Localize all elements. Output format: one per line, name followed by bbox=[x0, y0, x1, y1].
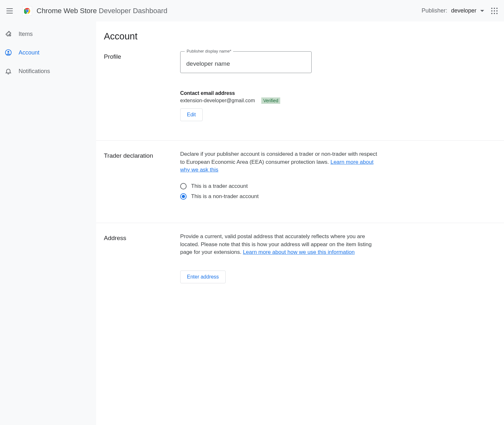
sidebar-item-account[interactable]: Account bbox=[0, 43, 96, 62]
extension-icon bbox=[4, 30, 12, 38]
main-content: Account Profile Publisher display name* … bbox=[96, 21, 504, 425]
apps-grid-icon[interactable] bbox=[491, 8, 498, 14]
section-label-address: Address bbox=[104, 233, 180, 283]
address-description: Provide a current, valid postal address … bbox=[180, 233, 381, 256]
title-main: Chrome Web Store bbox=[37, 7, 97, 15]
section-profile: Profile Publisher display name* Contact … bbox=[96, 42, 504, 141]
radio-icon bbox=[180, 193, 187, 200]
publisher-label: Publisher: bbox=[422, 7, 447, 14]
radio-label: This is a non-trader account bbox=[191, 193, 259, 200]
publisher-display-name-label: Publisher display name* bbox=[185, 49, 233, 54]
chrome-icon bbox=[24, 8, 30, 14]
radio-nontrader-account[interactable]: This is a non-trader account bbox=[180, 193, 381, 200]
radio-icon bbox=[180, 183, 187, 189]
publisher-display-name-field: Publisher display name* bbox=[180, 51, 312, 73]
bell-icon bbox=[4, 67, 12, 75]
address-learn-more-link[interactable]: Learn more about how we use this informa… bbox=[243, 249, 355, 255]
sidebar: Items Account Notifications bbox=[0, 21, 96, 425]
publisher-value: developer bbox=[451, 7, 476, 14]
header-title: Chrome Web Store Developer Dashboard bbox=[37, 7, 167, 15]
publisher-display-name-input[interactable] bbox=[180, 51, 312, 73]
svg-point-4 bbox=[7, 51, 9, 53]
menu-icon[interactable] bbox=[6, 7, 14, 15]
title-sub: Developer Dashboard bbox=[97, 7, 167, 15]
trader-description: Declare if your publisher account is con… bbox=[180, 150, 381, 174]
edit-email-button[interactable]: Edit bbox=[180, 108, 203, 121]
contact-email-heading: Contact email address bbox=[180, 90, 381, 96]
sidebar-item-label: Account bbox=[19, 49, 39, 56]
account-icon bbox=[4, 49, 12, 56]
contact-email-value: extension-developer@gmail.com bbox=[180, 98, 255, 104]
section-label-profile: Profile bbox=[104, 51, 180, 121]
sidebar-item-label: Items bbox=[19, 31, 33, 38]
section-address: Address Provide a current, valid postal … bbox=[96, 223, 504, 303]
enter-address-button[interactable]: Enter address bbox=[180, 271, 226, 283]
sidebar-item-items[interactable]: Items bbox=[0, 25, 96, 43]
verified-badge: Verified bbox=[261, 97, 280, 104]
chrome-logo bbox=[22, 6, 32, 16]
sidebar-item-notifications[interactable]: Notifications bbox=[0, 62, 96, 80]
publisher-select[interactable]: Publisher: developer bbox=[422, 7, 484, 14]
sidebar-item-label: Notifications bbox=[19, 68, 50, 75]
app-header: Chrome Web Store Developer Dashboard Pub… bbox=[0, 0, 504, 21]
radio-trader-account[interactable]: This is a trader account bbox=[180, 183, 381, 189]
page-title: Account bbox=[96, 21, 504, 42]
radio-label: This is a trader account bbox=[191, 183, 248, 189]
section-label-trader: Trader declaration bbox=[104, 150, 180, 204]
dropdown-arrow-icon bbox=[480, 10, 484, 12]
section-trader: Trader declaration Declare if your publi… bbox=[96, 141, 504, 223]
